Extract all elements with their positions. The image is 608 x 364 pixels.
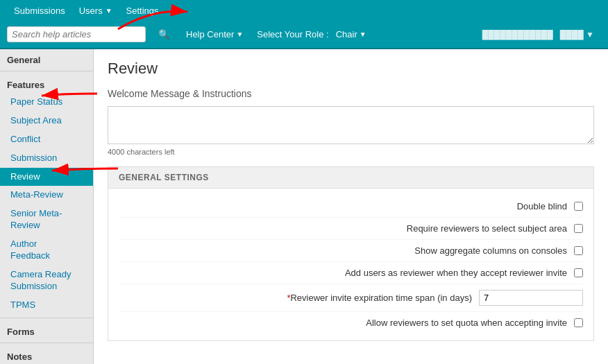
aggregate-checkbox[interactable]	[574, 246, 583, 255]
nav-users[interactable]: Users ▼	[72, 0, 119, 21]
chevron-down-icon: ▼	[360, 31, 366, 38]
sidebar-item-author-feedback[interactable]: AuthorFeedback	[0, 235, 93, 266]
setting-require-subject-control	[574, 224, 583, 233]
sidebar: General Features Paper Status Subject Ar…	[0, 49, 94, 364]
user-info: ████████████ ████ ▼	[482, 30, 601, 40]
main-layout: General Features Paper Status Subject Ar…	[0, 49, 608, 364]
search-row: 🔍 Help Center ▼ Select Your Role : Chair…	[0, 21, 608, 49]
require-subject-checkbox[interactable]	[574, 224, 583, 233]
setting-add-reviewer-label: Add users as reviewer when they accept r…	[119, 268, 574, 278]
setting-require-subject: Require reviewers to select subject area	[119, 218, 583, 240]
setting-quota: Allow reviewers to set quota when accept…	[119, 312, 583, 333]
expiration-input[interactable]	[479, 290, 583, 306]
setting-add-reviewer-control	[574, 268, 583, 277]
search-icon: 🔍	[158, 29, 170, 40]
setting-double-blind-label: Double blind	[119, 201, 574, 211]
nav-submissions-label: Submissions	[14, 6, 65, 16]
sidebar-item-submission[interactable]: Submission	[0, 149, 93, 168]
chevron-down-icon: ▼	[236, 31, 243, 38]
sidebar-item-tpms[interactable]: TPMS	[0, 296, 93, 315]
sidebar-item-conflict[interactable]: Conflict	[0, 130, 93, 149]
help-center-label: Help Center	[186, 29, 234, 40]
nav-links: Help Center ▼ Select Your Role : Chair ▼	[186, 29, 366, 40]
nav-settings[interactable]: Settings	[119, 0, 166, 21]
setting-require-subject-label: Require reviewers to select subject area	[119, 223, 574, 234]
select-role-label: Select Your Role :	[257, 29, 328, 40]
nav-submissions[interactable]: Submissions	[7, 0, 72, 21]
sidebar-header-notes: Notes	[0, 346, 93, 364]
sidebar-item-subject-area[interactable]: Subject Area	[0, 112, 93, 130]
setting-expiration-label: *Reviewer invite expiration time span (i…	[119, 293, 479, 303]
sidebar-item-paper-status[interactable]: Paper Status	[0, 93, 93, 112]
setting-aggregate-control	[574, 246, 583, 255]
sidebar-item-meta-review[interactable]: Meta-Review	[0, 186, 93, 205]
char-count: 4000 characters left	[108, 148, 594, 156]
search-box	[7, 26, 146, 42]
double-blind-checkbox[interactable]	[574, 202, 583, 211]
current-role-label: Chair	[336, 29, 357, 40]
nav-users-label: Users	[79, 6, 103, 16]
help-center-link[interactable]: Help Center ▼	[186, 29, 243, 40]
search-input[interactable]	[12, 29, 123, 40]
required-star: *	[287, 293, 290, 303]
setting-aggregate: Show aggregate columns on consoles	[119, 240, 583, 262]
sidebar-header-forms: Forms	[0, 321, 93, 340]
top-nav: Submissions Users ▼ Settings	[0, 0, 608, 21]
sidebar-item-senior-meta-review[interactable]: Senior Meta-Review	[0, 205, 93, 235]
general-settings-header: GENERAL SETTINGS	[108, 166, 594, 189]
page-title: Review	[108, 60, 594, 78]
search-button[interactable]: 🔍	[153, 26, 176, 42]
setting-double-blind-control	[574, 202, 583, 211]
welcome-textarea[interactable]	[108, 106, 594, 144]
setting-expiration-control	[479, 290, 583, 306]
nav-settings-label: Settings	[126, 6, 159, 16]
setting-quota-label: Allow reviewers to set quota when accept…	[119, 318, 574, 328]
content-area: Review Welcome Message & Instructions 40…	[94, 49, 608, 364]
chevron-down-icon: ▼	[105, 7, 112, 15]
setting-quota-control	[574, 318, 583, 327]
setting-double-blind: Double blind	[119, 196, 583, 218]
sidebar-item-review[interactable]: Review	[0, 168, 93, 187]
quota-checkbox[interactable]	[574, 318, 583, 327]
sidebar-header-features: Features	[0, 74, 93, 93]
role-selector[interactable]: Chair ▼	[336, 29, 366, 40]
add-reviewer-checkbox[interactable]	[574, 268, 583, 277]
sidebar-item-camera-ready[interactable]: Camera ReadySubmission	[0, 266, 93, 296]
setting-add-reviewer: Add users as reviewer when they accept r…	[119, 262, 583, 284]
sidebar-header-general: General	[0, 49, 93, 68]
setting-expiration: *Reviewer invite expiration time span (i…	[119, 284, 583, 312]
welcome-section-label: Welcome Message & Instructions	[108, 88, 594, 99]
setting-aggregate-label: Show aggregate columns on consoles	[119, 245, 574, 256]
settings-content: Double blind Require reviewers to select…	[108, 189, 594, 341]
